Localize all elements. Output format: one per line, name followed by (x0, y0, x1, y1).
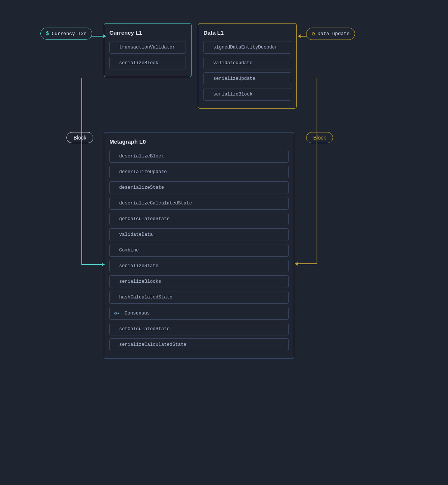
mg-label-8: serializeBlocks (119, 279, 161, 284)
data-update-icon: ⚙ (312, 31, 315, 37)
metagraph-l0-box: Metagraph L0 deserializeBlock deserializ… (104, 132, 294, 359)
method-label-1: serializeBlock (119, 60, 158, 66)
mg-method-setCalculatedState: setCalculatedState (109, 323, 289, 335)
mg-method-serializeBlocks: serializeBlocks (109, 275, 289, 288)
mg-label-10: Consensus (125, 311, 150, 316)
mg-icon-5 (114, 232, 117, 237)
mg-method-combine: Combine (109, 244, 289, 257)
mg-label-6: Combine (119, 248, 139, 253)
mg-method-serializeState: serializeState (109, 260, 289, 272)
mg-icon-4 (114, 216, 117, 222)
data-l1-method-1: validateUpdate (203, 57, 291, 69)
mg-label-4: getCalculatedState (119, 216, 169, 222)
connector-left-horiz (81, 264, 105, 265)
mg-icon-11 (114, 326, 117, 332)
mg-method-deserializeState: deserializeState (109, 181, 289, 194)
block-badge-left: Block (66, 132, 93, 143)
connector-left-vertical (81, 78, 82, 265)
block-right-label: Block (313, 135, 326, 141)
metagraph-l0-title: Metagraph L0 (109, 138, 289, 145)
mg-label-7: serializeState (119, 263, 158, 269)
currency-l1-box: Currency L1 transactionValidator seriali… (104, 23, 192, 77)
connector-right-vertical (317, 78, 317, 263)
mg-icon-3 (114, 201, 117, 206)
mg-label-3: deserializeCalculatedState (119, 201, 192, 206)
data-method-icon-2 (208, 76, 211, 81)
data-l1-method-3: serializeBlock (203, 88, 291, 101)
data-l1-box: Data L1 signedDataEntityDecoder validate… (198, 23, 297, 109)
data-method-icon-3 (208, 92, 211, 97)
block-badge-right: Block (306, 132, 333, 143)
mg-method-deserializeUpdate: deserializeUpdate (109, 166, 289, 178)
mg-label-12: serializeCalculatedState (119, 342, 186, 347)
mg-icon-1 (114, 169, 117, 175)
mg-label-5: validateData (119, 232, 153, 237)
mg-method-deserializeBlock: deserializeBlock (109, 150, 289, 163)
mg-label-1: deserializeUpdate (119, 169, 167, 175)
mg-icon-7 (114, 263, 117, 269)
data-method-icon-0 (208, 45, 211, 50)
data-l1-title: Data L1 (203, 29, 291, 36)
data-update-pill: ⚙ Data update (306, 28, 355, 40)
mg-label-2: deserializeState (119, 185, 164, 190)
mg-method-serializeCalculatedState: serializeCalculatedState (109, 338, 289, 351)
mg-label-11: setCalculatedState (119, 326, 169, 332)
mg-label-0: deserializeBlock (119, 154, 164, 159)
mg-method-consensus: ⚙✦ Consensus (109, 307, 289, 320)
data-l1-method-2: serializeUpdate (203, 72, 291, 85)
data-method-label-1: validateUpdate (213, 60, 252, 66)
currency-txn-label: Currency Txn (52, 31, 87, 37)
currency-l1-title: Currency L1 (109, 29, 186, 36)
mg-icon-12 (114, 342, 117, 347)
mg-method-deserializeCalculatedState: deserializeCalculatedState (109, 197, 289, 210)
currency-l1-method-1: serializeBlock (109, 57, 186, 69)
mg-method-validateData: validateData (109, 228, 289, 241)
mg-label-9: hashCalculatedState (119, 295, 172, 300)
data-update-label: Data update (317, 31, 349, 37)
data-method-label-2: serializeUpdate (213, 76, 255, 81)
method-label-0: transactionValidator (119, 45, 175, 50)
mg-icon-9 (114, 295, 117, 300)
diagram-container: $ Currency Txn Currency L1 transactionVa… (0, 0, 448, 485)
method-icon-1 (114, 60, 117, 66)
data-method-label-0: signedDataEntityDecoder (213, 45, 278, 50)
connector-right-horiz (295, 263, 317, 264)
mg-icon-0 (114, 154, 117, 159)
currency-txn-pill: $ Currency Txn (40, 28, 92, 40)
currency-l1-method-0: transactionValidator (109, 41, 186, 54)
currency-txn-icon: $ (46, 31, 49, 37)
data-method-icon-1 (208, 60, 211, 66)
arrow-data-update (298, 36, 307, 37)
data-method-label-3: serializeBlock (213, 92, 252, 97)
method-icon-0 (114, 45, 117, 50)
mg-icon-6 (114, 248, 117, 253)
mg-icon-2 (114, 185, 117, 190)
mg-method-hashCalculatedState: hashCalculatedState (109, 291, 289, 304)
mg-method-getCalculatedState: getCalculatedState (109, 213, 289, 225)
mg-icon-8 (114, 279, 117, 284)
mg-icon-10: ⚙✦ (114, 310, 122, 316)
data-l1-method-0: signedDataEntityDecoder (203, 41, 291, 54)
block-left-label: Block (74, 135, 86, 141)
